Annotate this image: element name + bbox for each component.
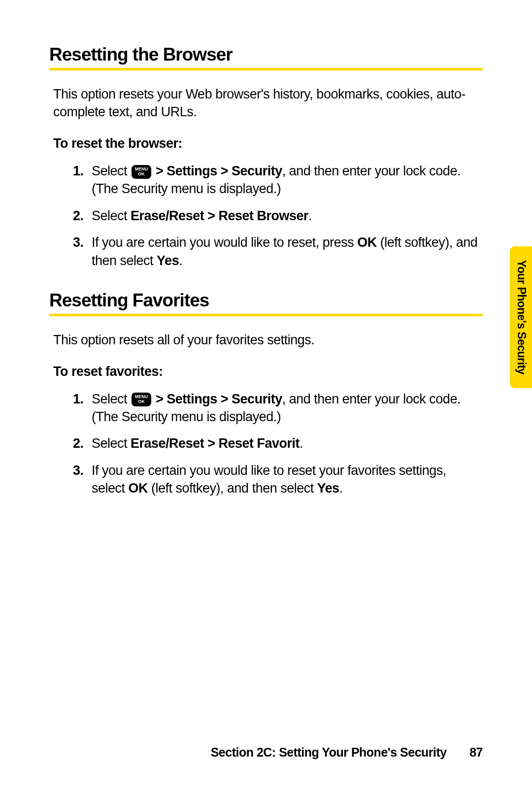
step-number: 1. [73,390,84,408]
step-text: Select [92,164,131,178]
step-bold: > Settings > Security [152,164,282,178]
manual-page: Resetting the Browser This option resets… [0,0,532,558]
step-bold: Erase/Reset > Reset Browser [131,208,308,223]
heading-rule [49,68,483,70]
section-resetting-favorites: Resetting Favorites This option resets a… [49,290,483,498]
step-text: If you are certain you would like to res… [92,235,357,250]
step-text: Select [92,208,131,223]
list-item: 1. Select MENUOK > Settings > Security, … [73,162,479,198]
step-number: 3. [73,233,84,251]
intro-text-1: This option resets your Web browser's hi… [49,85,483,121]
step-bold: OK [129,481,148,496]
step-number: 2. [73,434,84,452]
footer-section-title: Section 2C: Setting Your Phone's Securit… [211,745,447,759]
list-item: 2. Select Erase/Reset > Reset Favorit. [73,434,479,452]
step-bold: Erase/Reset > Reset Favorit [131,436,299,451]
step-number: 1. [73,162,84,180]
heading-resetting-favorites: Resetting Favorites [49,290,483,311]
menu-ok-key-icon: MENUOK [132,393,151,406]
step-text: Select [92,436,131,451]
step-text: . [308,208,312,223]
side-tab-label: Your Phone's Security [514,260,528,374]
subhead-1: To reset the browser: [49,136,483,151]
step-number: 3. [73,462,84,479]
step-bold: OK [357,235,377,250]
step-text: Select [92,392,131,406]
page-number: 87 [469,745,483,759]
heading-resetting-browser: Resetting the Browser [49,44,483,65]
steps-list-1: 1. Select MENUOK > Settings > Security, … [49,162,483,269]
step-text: . [179,253,182,268]
list-item: 3. If you are certain you would like to … [73,462,479,498]
steps-list-2: 1. Select MENUOK > Settings > Security, … [49,390,483,498]
step-bold: Yes [157,253,179,268]
page-footer: Section 2C: Setting Your Phone's Securit… [211,745,483,760]
step-text: . [339,481,343,496]
list-item: 1. Select MENUOK > Settings > Security, … [73,390,479,426]
heading-rule [49,314,483,316]
subhead-2: To reset favorites: [49,364,483,379]
side-tab: Your Phone's Security [510,246,532,388]
step-text: (left softkey), and then select [148,481,317,496]
list-item: 3. If you are certain you would like to … [73,233,479,269]
intro-text-2: This option resets all of your favorites… [49,331,483,349]
step-bold: Yes [317,481,339,496]
step-bold: > Settings > Security [152,392,282,406]
step-number: 2. [73,207,84,225]
list-item: 2. Select Erase/Reset > Reset Browser. [73,207,479,225]
menu-ok-key-icon: MENUOK [132,165,151,179]
step-text: . [299,436,303,451]
